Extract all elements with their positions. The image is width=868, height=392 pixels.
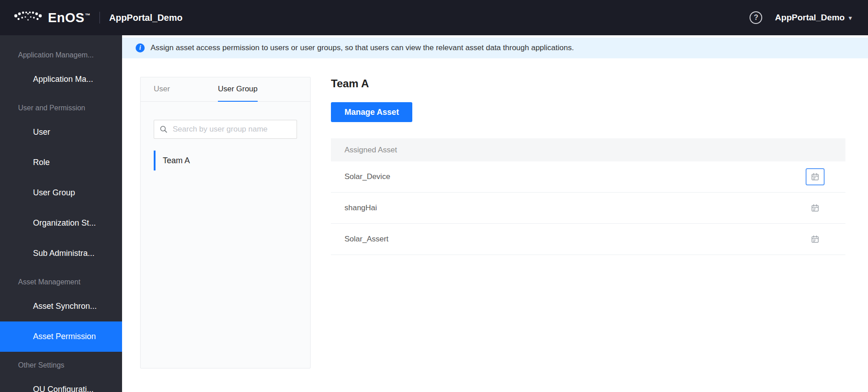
user-group-name: Team A [163,156,190,165]
user-group-list-item-team-a[interactable]: Team A [141,151,310,170]
asset-action-icon [811,172,820,181]
search-icon [160,125,168,133]
page-title: Team A [331,77,845,90]
sidebar-section-other-settings: Other Settings OU Configurati... [0,356,122,392]
table-row: Solar_Assert [331,224,845,255]
page-body: Application Managem... Application Ma...… [0,35,868,392]
sidebar-section-title-asset-management: Asset Management [0,273,122,291]
table-row: shangHai [331,193,845,224]
help-glyph: ? [754,14,758,22]
sidebar-section-application-management: Application Managem... Application Ma... [0,46,122,94]
asset-action-icon [811,235,820,244]
asset-name: shangHai [344,203,806,213]
sidebar-item-user-group[interactable]: User Group [0,178,122,208]
topbar: EnOS™ AppPortal_Demo ? AppPortal_Demo ▾ [0,0,868,35]
asset-action-button[interactable] [806,231,825,248]
info-banner-text: Assign asset access permission to users … [151,43,574,52]
enos-logo-icon [14,9,42,27]
sidebar-item-application-management[interactable]: Application Ma... [0,64,122,94]
asset-action-icon [811,203,820,213]
content-area: User User Group Team A [122,58,868,392]
info-glyph: i [139,44,141,52]
help-icon[interactable]: ? [750,11,762,24]
brand-trademark: ™ [85,12,91,19]
account-menu[interactable]: AppPortal_Demo ▾ [775,13,852,23]
main-area: i Assign asset access permission to user… [122,35,868,392]
search-input[interactable] [172,124,291,134]
info-banner: i Assign asset access permission to user… [122,38,868,58]
tab-user-group[interactable]: User Group [218,77,258,102]
panel-tabs: User User Group [141,77,310,102]
assigned-asset-table: Assigned Asset Solar_Device [331,138,845,255]
sidebar: Application Managem... Application Ma...… [0,35,122,392]
user-group-panel: User User Group Team A [140,77,311,368]
selected-indicator [154,151,156,170]
info-icon: i [136,43,145,52]
app-window: EnOS™ AppPortal_Demo ? AppPortal_Demo ▾ … [0,0,868,392]
user-group-search [154,120,297,139]
table-header-row: Assigned Asset [331,138,845,161]
sidebar-section-title-other-settings: Other Settings [0,356,122,374]
asset-action-button[interactable] [806,168,825,185]
account-name: AppPortal_Demo [775,13,844,23]
app-title: AppPortal_Demo [109,13,182,23]
sidebar-section-asset-management: Asset Management Asset Synchron... Asset… [0,273,122,352]
asset-action-button[interactable] [806,199,825,217]
caret-down-icon: ▾ [849,15,852,21]
sidebar-section-title-user-and-permission: User and Permission [0,99,122,117]
asset-name: Solar_Assert [344,235,806,244]
sidebar-item-ou-configuration[interactable]: OU Configurati... [0,374,122,392]
topbar-actions: ? AppPortal_Demo ▾ [750,11,852,24]
topbar-divider [99,12,100,24]
table-row: Solar_Device [331,161,845,193]
brand-name: EnOS™ [48,10,90,25]
sidebar-item-asset-permission[interactable]: Asset Permission [0,321,122,352]
asset-name: Solar_Device [344,172,806,181]
table-header-assigned-asset: Assigned Asset [344,146,397,155]
sidebar-section-title-application-management: Application Managem... [0,46,122,64]
sidebar-section-user-and-permission: User and Permission User Role User Group… [0,99,122,269]
sidebar-item-sub-administrator[interactable]: Sub Administra... [0,238,122,269]
sidebar-item-role[interactable]: Role [0,147,122,178]
sidebar-item-user[interactable]: User [0,117,122,147]
manage-asset-button[interactable]: Manage Asset [331,102,412,122]
sidebar-item-asset-synchronization[interactable]: Asset Synchron... [0,291,122,321]
enos-logo: EnOS™ [14,9,90,27]
sidebar-item-organization-structure[interactable]: Organization St... [0,208,122,238]
group-detail: Team A Manage Asset Assigned Asset Solar… [331,77,845,255]
tab-user[interactable]: User [154,77,170,102]
